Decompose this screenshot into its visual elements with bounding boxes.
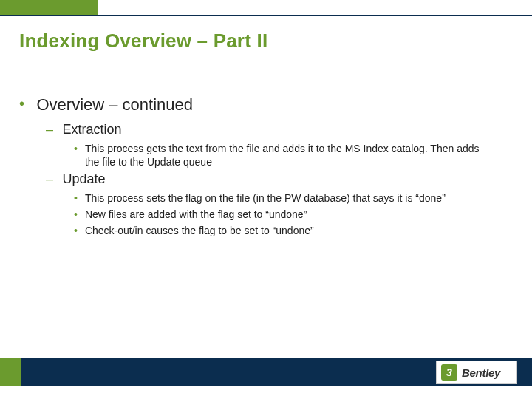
slide-content: Indexing Overview – Part II Overview – c… [19, 30, 507, 347]
update-item-0-text: This process sets the flag on the file (… [85, 191, 446, 205]
bullet-dot-icon: • [74, 208, 78, 221]
bullet-dot-icon: • [74, 224, 78, 237]
footer-accent-stub [0, 358, 21, 386]
update-item-2: • Check-out/in causes the flag to be set… [74, 224, 507, 237]
sub-extraction-heading: Extraction [62, 122, 121, 137]
bullet-overview-text: Overview – continued [36, 95, 193, 114]
bullet-overview: Overview – continued – Extraction • This… [19, 95, 507, 237]
sub-update: – Update • This process sets the flag on… [46, 171, 507, 237]
extraction-item-0-text: This process gets the text from the file… [85, 142, 484, 168]
brand-mark-icon: 3 [441, 364, 457, 381]
update-item-2-text: Check-out/in causes the flag to be set t… [85, 224, 314, 237]
brand-name: Bentley [462, 366, 500, 379]
update-item-0: • This process sets the flag on the file… [74, 191, 507, 205]
slide-title: Indexing Overview – Part II [19, 30, 507, 52]
bullet-dot-icon: • [74, 191, 78, 205]
sub-update-heading: Update [62, 171, 105, 186]
brand-logo: 3 Bentley [436, 361, 517, 384]
update-item-1: • New files are added with the flag set … [74, 208, 507, 221]
sub-extraction: – Extraction • This process gets the tex… [46, 122, 507, 168]
bullet-level1: Overview – continued – Extraction • This… [19, 95, 507, 237]
update-item-1-text: New files are added with the flag set to… [85, 208, 307, 221]
bullet-dot-icon: • [74, 142, 78, 155]
bullet-level3-extraction: • This process gets the text from the fi… [46, 142, 507, 168]
extraction-item-0: • This process gets the text from the fi… [74, 142, 507, 168]
dash-icon: – [46, 171, 53, 186]
accent-tab [0, 0, 98, 15]
bullet-level2: – Extraction • This process gets the tex… [19, 122, 507, 237]
bullet-level3-update: • This process sets the flag on the file… [46, 191, 507, 237]
top-divider [0, 15, 532, 16]
dash-icon: – [46, 122, 53, 137]
